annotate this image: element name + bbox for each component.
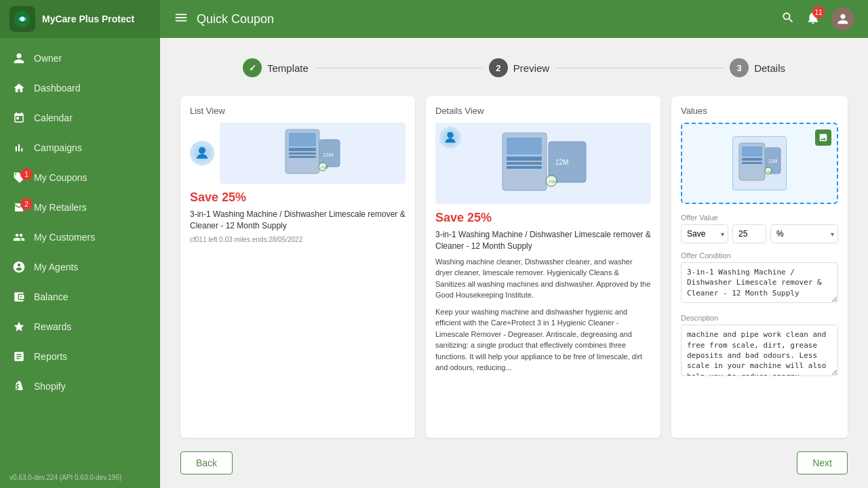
svg-text:12M: 12M [768,159,778,163]
sidebar-item-shopify[interactable]: Shopify [0,371,160,401]
next-button[interactable]: Next [797,451,848,474]
svg-rect-19 [507,166,542,169]
bottom-bar: Back Next [180,451,848,474]
agents-icon [12,260,26,274]
stepper: ✓ Template 2 Preview 3 Details [243,58,785,77]
sidebar-item-calendar[interactable]: Calendar [0,103,160,133]
offer-value-row: Save Get Buy % $ £ [681,224,838,243]
sidebar-label-my-retailers: My Retailers [34,202,87,213]
sidebar-item-my-customers[interactable]: My Customers [0,222,160,252]
svg-rect-5 [289,133,316,146]
step-line-1 [315,68,482,68]
sidebar-item-my-coupons[interactable]: 1 My Coupons [0,163,160,192]
topbar-title: Quick Coupon [197,12,773,26]
person-icon [12,52,26,65]
values-image-area: 12M ✓GH [681,123,838,204]
offer-unit-select[interactable]: % $ £ [770,224,838,243]
step-template-label: Template [267,62,309,74]
sidebar-label-calendar: Calendar [34,113,73,123]
sidebar-label-owner: Owner [34,53,62,64]
sidebar-label-reports: Reports [34,351,67,362]
wallet-icon [12,290,26,304]
sidebar: MyCare Plus Protect Owner Dashboard Cale… [0,0,160,488]
sidebar-item-balance[interactable]: Balance [0,282,160,312]
sidebar-item-rewards[interactable]: Rewards [0,312,160,342]
step-details-circle: 3 [730,58,749,77]
sidebar-item-campaigns[interactable]: Campaigns [0,133,160,163]
svg-point-1 [20,17,24,21]
sidebar-header: MyCare Plus Protect [0,0,160,38]
step-template-circle: ✓ [243,58,262,77]
topbar-actions: 11 [781,7,854,30]
notifications-wrapper[interactable]: 11 [806,10,821,28]
svg-text:✓GH: ✓GH [320,165,328,169]
svg-rect-25 [742,146,762,157]
list-view-card: List View 12M [180,96,415,438]
list-product-name: 3-in-1 Washing Machine / Dishwasher Lime… [190,209,406,232]
search-icon[interactable] [781,11,795,28]
sidebar-item-dashboard[interactable]: Dashboard [0,73,160,103]
offer-condition-textarea[interactable]: 3-in-1 Washing Machine / Dishwasher Lime… [681,262,838,303]
sidebar-label-rewards: Rewards [34,321,71,332]
svg-rect-17 [507,157,542,161]
offer-type-select[interactable]: Save Get Buy [681,224,728,243]
sidebar-label-my-agents: My Agents [34,262,78,272]
avatar[interactable] [831,7,854,30]
image-upload-icon[interactable] [815,129,831,146]
svg-rect-7 [289,152,316,155]
svg-text:✓GH: ✓GH [548,180,557,184]
svg-rect-6 [289,148,316,151]
report-icon [12,350,26,363]
details-brand-logo [439,127,461,148]
home-icon [12,81,26,95]
content-area: ✓ Template 2 Preview 3 Details List View [160,38,868,488]
step-template: ✓ Template [243,58,309,77]
sidebar-label-dashboard: Dashboard [34,83,81,94]
group-icon [12,230,26,244]
details-product-image: 12M ✓GH [435,123,651,204]
details-offer-save: Save 25% [435,211,651,225]
values-card: Values 12M ✓GH [671,96,848,438]
menu-icon[interactable] [174,10,189,28]
sidebar-item-my-retailers[interactable]: 2 My Retailers [0,192,160,222]
app-name: MyCare Plus Protect [42,14,134,24]
offer-value-label: Offer Value [681,214,838,222]
svg-text:12M: 12M [555,159,568,166]
details-description1: Washing machine cleaner, Dishwasher clea… [435,256,651,301]
list-card-header: 12M ✓GH [190,123,406,184]
sidebar-label-shopify: Shopify [34,381,66,392]
list-offer-meta: cf011 left 0.03 miles ends:28/05/2022 [190,236,406,243]
list-product-image: 12M ✓GH [220,123,406,184]
svg-rect-27 [742,162,762,164]
sidebar-item-my-agents[interactable]: My Agents [0,252,160,282]
details-product-name: 3-in-1 Washing Machine / Dishwasher Lime… [435,229,651,252]
details-view-card: Details View 12M ✓GH [426,96,660,438]
step-preview-label: Preview [513,62,549,74]
step-preview-circle: 2 [489,58,508,77]
svg-text:✓GH: ✓GH [766,170,772,174]
svg-point-3 [199,147,205,154]
back-button[interactable]: Back [180,451,233,474]
sidebar-item-reports[interactable]: Reports [0,342,160,371]
details-view-title: Details View [435,106,651,116]
version-text: v0.63.0-dev.224 (API 0.63.0-dev.196) [0,467,160,488]
offer-unit-wrapper: % $ £ [770,224,838,243]
app-logo [9,6,35,32]
description-textarea[interactable]: machine and pipe work clean and free fro… [681,325,838,376]
bar-chart-icon [12,141,26,155]
topbar: Quick Coupon 11 [160,0,868,38]
svg-rect-18 [507,162,542,165]
calendar-icon [12,111,26,125]
step-details-label: Details [754,62,785,74]
list-offer-save: Save 25% [190,190,406,205]
description-label: Description [681,314,838,322]
sidebar-item-owner[interactable]: Owner [0,43,160,73]
sidebar-label-my-customers: My Customers [34,232,95,243]
sidebar-nav: Owner Dashboard Calendar Campaigns 1 [0,38,160,467]
svg-rect-26 [742,158,762,161]
sidebar-label-balance: Balance [34,291,68,302]
shopify-icon [12,380,26,393]
offer-type-wrapper: Save Get Buy [681,224,728,243]
offer-amount-input[interactable] [732,224,766,243]
notifications-badge: 11 [812,6,825,18]
